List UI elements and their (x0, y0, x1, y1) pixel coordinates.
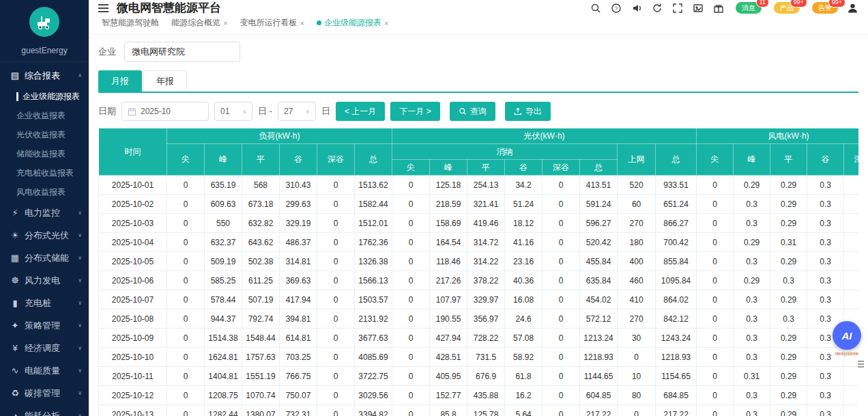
table-row[interactable]: 2025-10-060585.25611.25369.6301566.13021… (99, 271, 859, 290)
volume-icon[interactable] (631, 2, 642, 14)
table-row[interactable]: 2025-10-070578.44507.19417.9401503.57010… (99, 290, 859, 309)
menu-icon: ▦ (9, 253, 21, 263)
sidebar-subitem[interactable]: 光伏收益报表 (0, 125, 89, 144)
table-cell: 0 (317, 386, 355, 405)
day-end-select[interactable]: 27 ∨ (278, 102, 316, 121)
scrollbar-handle-icon[interactable] (858, 361, 864, 368)
next-month-button[interactable]: 下一月 > (390, 102, 439, 121)
table-cell: 0 (392, 176, 430, 195)
sidebar-subitem[interactable]: 储能收益报表 (0, 144, 89, 163)
screenshot-icon[interactable] (692, 2, 704, 14)
date-cell: 2025-10-07 (99, 290, 167, 309)
table-row[interactable]: 2025-10-020609.63673.18299.6301582.44021… (99, 195, 859, 214)
close-icon[interactable]: × (300, 19, 304, 27)
table-row[interactable]: 2025-10-1301282.441380.07732.3103394.820… (99, 405, 859, 416)
table-cell: 34.2 (505, 176, 542, 195)
table-row[interactable]: 2025-10-080944.37792.74394.8102131.92019… (99, 309, 859, 329)
help-icon[interactable]: ? (610, 2, 622, 14)
table-cell: 0 (844, 405, 858, 416)
menu-label: 综合报表 (25, 70, 75, 82)
table-cell: 435.88 (467, 386, 505, 405)
date-cell: 2025-10-12 (99, 386, 167, 405)
tab-monthly[interactable]: 月报 (98, 70, 142, 92)
table-cell: 609.63 (205, 195, 242, 214)
column-header: 上网 (618, 144, 656, 176)
gift-icon[interactable] (712, 2, 724, 14)
table-cell: 509.19 (205, 252, 242, 271)
table-cell: 0 (844, 252, 858, 271)
logo[interactable] (29, 7, 59, 37)
sidebar-item[interactable]: ∿电能质量∨ (0, 359, 89, 382)
sidebar-item[interactable]: ☀分布式光伏∨ (0, 224, 89, 247)
prev-month-button[interactable]: < 上一月 (336, 102, 385, 121)
table-cell: 700.42 (656, 233, 697, 252)
query-button[interactable]: 查询 (450, 102, 495, 121)
sidebar-subitem[interactable]: 充电桩收益报表 (0, 163, 89, 182)
table-cell: 1513.62 (355, 176, 392, 195)
sidebar-item[interactable]: ▦分布式储能∨ (0, 247, 89, 269)
enterprise-input[interactable] (124, 42, 240, 62)
sidebar-subitem[interactable]: 企业级能源报表 (0, 87, 89, 106)
sidebar-item[interactable]: ¥经济调度∨ (0, 337, 89, 359)
table-cell: 0 (542, 309, 580, 329)
table-row[interactable]: 2025-10-050509.19502.38314.8101326.38011… (99, 252, 859, 271)
tab-yearly[interactable]: 年报 (143, 70, 187, 92)
sidebar-item[interactable]: ▤综合报表∧ (0, 64, 89, 87)
table-row[interactable]: 2025-10-040632.37643.62486.3701762.36016… (99, 233, 859, 252)
tab-chip[interactable]: 变电所运行看板× (236, 16, 307, 30)
chevron-down-icon: ∨ (78, 345, 82, 351)
table-row[interactable]: 2025-10-030550632.82329.1901512.010158.6… (99, 214, 859, 233)
table-cell: 460 (618, 271, 656, 290)
table-cell: 550 (205, 214, 242, 233)
sidebar-item[interactable]: ⚡电力监控∨ (0, 202, 89, 224)
close-icon[interactable]: × (223, 19, 227, 27)
table-cell: 0.3 (807, 290, 844, 309)
month-picker[interactable]: 2025-10 (121, 102, 209, 121)
table-cell: 0 (844, 290, 858, 309)
table-cell: 254.13 (467, 176, 505, 195)
search-icon[interactable] (590, 2, 601, 14)
table-cell: 4085.69 (355, 348, 392, 367)
chevron-down-icon: ∨ (78, 277, 82, 283)
table-cell: 107.97 (430, 290, 467, 309)
sidebar-subitem[interactable]: 风电收益报表 (0, 182, 89, 202)
refresh-icon[interactable] (651, 2, 663, 14)
table-cell: 0 (844, 214, 858, 233)
table-row[interactable]: 2025-10-1201208.751070.74750.0703029.560… (99, 386, 859, 405)
tab-chip[interactable]: 智慧能源驾驶舱 (98, 16, 162, 30)
table-cell: 427.94 (430, 329, 467, 348)
notification-pill[interactable]: 消息11 (736, 2, 762, 14)
sidebar-subitem[interactable]: 企业收益报表 (0, 106, 89, 125)
notification-pill[interactable]: 产品99+ (774, 2, 800, 14)
notification-pill[interactable]: 告警99+ (812, 2, 838, 14)
table-cell: 578.44 (205, 290, 242, 309)
fullscreen-icon[interactable] (671, 2, 683, 14)
table-cell: 18.12 (505, 214, 542, 233)
table-row[interactable]: 2025-10-1001624.811757.63703.2504085.690… (99, 348, 859, 367)
ai-assistant-badge[interactable]: AI deepseek (828, 321, 865, 357)
sidebar-item[interactable]: ✦策略管理∨ (0, 314, 89, 337)
tab-chip[interactable]: 能源综合概览× (168, 16, 231, 30)
table-cell: 0.3 (807, 214, 844, 233)
close-icon[interactable]: × (384, 19, 388, 27)
day-start-select[interactable]: 01 ∨ (214, 102, 252, 121)
sidebar-item[interactable]: ◔能耗分析∨ (0, 404, 89, 416)
table-cell: 51.24 (505, 195, 542, 214)
table-cell: 0 (697, 176, 734, 195)
table-cell: 604.85 (580, 386, 618, 405)
table-cell: 703.25 (280, 348, 317, 367)
sidebar-item[interactable]: ☸风力发电∨ (0, 269, 89, 292)
sidebar-item[interactable]: ▮充电桩∨ (0, 292, 89, 314)
sidebar-item[interactable]: ♻碳排管理∨ (0, 382, 89, 404)
tab-chip[interactable]: 企业级能源报表× (313, 16, 392, 30)
table-cell: 0.29 (770, 329, 807, 348)
menu-label: 能耗分析 (25, 410, 75, 416)
table-row[interactable]: 2025-10-0901514.381548.44614.8103677.630… (99, 329, 859, 348)
export-button[interactable]: 导出 (505, 102, 551, 121)
table-row[interactable]: 2025-10-010635.19568310.4301513.620125.1… (99, 176, 859, 195)
table-cell: 0 (167, 329, 205, 348)
table-cell: 0.3 (807, 233, 844, 252)
user-avatar[interactable] (847, 2, 858, 14)
table-row[interactable]: 2025-10-1101404.811551.19766.7503722.750… (99, 367, 859, 386)
hamburger-icon[interactable] (98, 4, 108, 12)
